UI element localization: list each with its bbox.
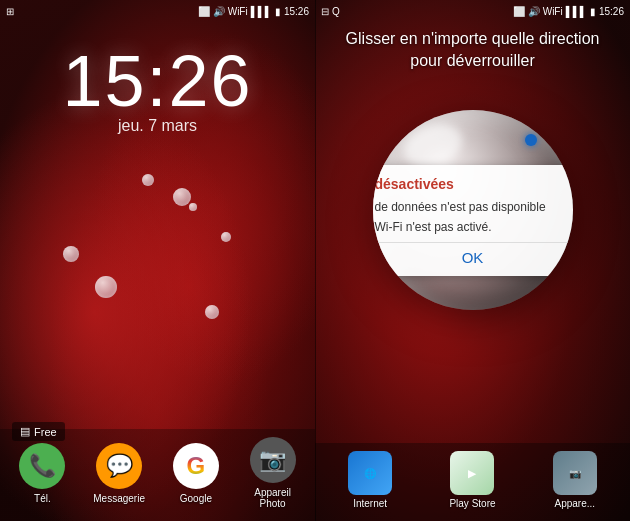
unlock-instruction: Glisser en n'importe quelle directionpou…: [315, 28, 630, 73]
right-panel: ⊟ Q ⬜ 🔊 WiFi ▌▌▌ ▮ 15:26 Glisser en n'im…: [315, 0, 630, 521]
battery-icon: ▮: [275, 6, 281, 17]
water-drops: [0, 130, 315, 421]
globe-container: désactivées de données n'est pas disponi…: [363, 110, 583, 330]
phone-icon[interactable]: 📞: [19, 443, 65, 489]
status-left-icons: ⊞: [6, 6, 14, 17]
right-wifi-icon: WiFi: [543, 6, 563, 17]
appareil-icon[interactable]: 📷: [553, 451, 597, 495]
right-time-display: 15:26: [599, 6, 624, 17]
dialog-line3: Wi-Fi n'est pas activé.: [375, 219, 571, 236]
messagerie-icon[interactable]: 💬: [96, 443, 142, 489]
wifi-icon: WiFi: [228, 6, 248, 17]
bottom-app-internet[interactable]: 🌐 Internet: [338, 451, 403, 509]
internet-label: Internet: [353, 498, 387, 509]
camera-label: Appareil Photo: [240, 487, 305, 509]
right-status-right: ⬜ 🔊 WiFi ▌▌▌ ▮ 15:26: [513, 6, 624, 17]
clock-date: jeu. 7 mars: [0, 117, 315, 135]
left-panel: ⊞ ⬜ 🔊 WiFi ▌▌▌ ▮ 15:26 15:26 jeu. 7 mars…: [0, 0, 315, 521]
right-signal-icon: ▌▌▌: [566, 6, 587, 17]
left-status-bar: ⊞ ⬜ 🔊 WiFi ▌▌▌ ▮ 15:26: [0, 0, 315, 22]
dock-item-google[interactable]: G Google: [163, 443, 228, 504]
globe-dot: [525, 134, 537, 146]
right-screenshot-icon: ⬜: [513, 6, 525, 17]
dialog-line1: désactivées: [375, 175, 571, 195]
dialog-ok-button[interactable]: OK: [442, 247, 504, 268]
time-display: 15:26: [284, 6, 309, 17]
right-q-icon: Q: [332, 6, 340, 17]
notification-icon: ⊞: [6, 6, 14, 17]
bottom-app-playstore[interactable]: ▶ Play Store: [440, 451, 505, 509]
dock-item-messagerie[interactable]: 💬 Messagerie: [87, 443, 152, 504]
google-g-letter: G: [187, 452, 206, 480]
right-status-bar: ⊟ Q ⬜ 🔊 WiFi ▌▌▌ ▮ 15:26: [315, 0, 630, 22]
left-footer: ▤ Free 📞 Tél. 💬 Messagerie G Google 📷 Ap…: [0, 429, 315, 521]
appareil-label: Appare...: [555, 498, 596, 509]
right-volume-icon: 🔊: [528, 6, 540, 17]
dialog-ok-row: OK: [375, 242, 571, 270]
internet-icon[interactable]: 🌐: [348, 451, 392, 495]
signal-icon: ▌▌▌: [251, 6, 272, 17]
bottom-app-camera[interactable]: 📷 Appare...: [542, 451, 607, 509]
network-dialog: désactivées de données n'est pas disponi…: [373, 165, 573, 276]
dialog-line2: de données n'est pas disponible: [375, 199, 571, 216]
globe: désactivées de données n'est pas disponi…: [373, 110, 573, 310]
free-icon: ▤: [20, 425, 30, 438]
lock-screen-clock: 15:26 jeu. 7 mars: [0, 40, 315, 135]
app-dock: 📞 Tél. 💬 Messagerie G Google 📷 Appareil …: [0, 429, 315, 521]
right-status-left: ⊟ Q: [321, 6, 340, 17]
right-bottom-apps: 🌐 Internet ▶ Play Store 📷 Appare...: [315, 443, 630, 521]
volume-icon: 🔊: [213, 6, 225, 17]
dock-item-camera[interactable]: 📷 Appareil Photo: [240, 437, 305, 509]
clock-time: 15:26: [0, 40, 315, 122]
free-badge: ▤ Free: [12, 422, 65, 441]
playstore-label: Play Store: [449, 498, 495, 509]
free-label: Free: [34, 426, 57, 438]
panel-divider: [315, 0, 316, 521]
unlock-label: Glisser en n'importe quelle directionpou…: [335, 28, 610, 73]
google-label: Google: [180, 493, 212, 504]
dock-item-phone[interactable]: 📞 Tél.: [10, 443, 75, 504]
status-right-icons: ⬜ 🔊 WiFi ▌▌▌ ▮ 15:26: [198, 6, 309, 17]
google-icon[interactable]: G: [173, 443, 219, 489]
right-notification-icon: ⊟: [321, 6, 329, 17]
playstore-icon[interactable]: ▶: [450, 451, 494, 495]
camera-icon[interactable]: 📷: [250, 437, 296, 483]
right-battery-icon: ▮: [590, 6, 596, 17]
screenshot-icon: ⬜: [198, 6, 210, 17]
messagerie-label: Messagerie: [93, 493, 145, 504]
phone-label: Tél.: [34, 493, 51, 504]
